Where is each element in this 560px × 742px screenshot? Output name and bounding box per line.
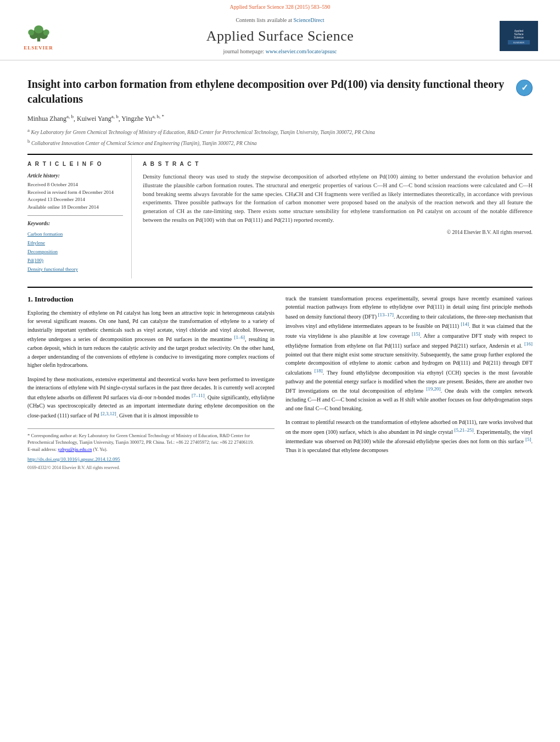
svg-point-6 [43,29,49,35]
introduction-heading: 1. Introduction [27,294,275,304]
aff-b-label: b [27,138,30,144]
keywords-list: Carbon formation Ethylene Decomposition … [27,230,123,274]
journal-logo-box: Applied Surface Science ELSEVIER [500,21,538,51]
ref-16[interactable]: [16] [524,341,533,347]
author-yang: Kuiwei Yang [77,115,111,122]
ref-1-6[interactable]: [1–6] [234,334,245,340]
ref-13-17[interactable]: [13–17] [378,312,394,317]
ref-5-21-25[interactable]: [5,21–25] [455,427,474,433]
ref-14[interactable]: [14] [461,321,469,327]
elsevier-tree-icon [24,22,54,43]
elsevier-label: ELSEVIER [24,44,53,52]
aff-b-text: Collaborative Innovation Center of Chemi… [31,141,257,146]
author-zhang: Minhua Zhang [27,115,66,122]
svg-point-5 [28,29,34,35]
svg-text:Science: Science [514,36,524,39]
svg-point-4 [34,25,43,34]
body-content: 1. Introduction Exploring the chemistry … [27,294,533,471]
homepage-label: journal homepage: [223,48,264,54]
author-zhang-sup: a, b [66,114,74,119]
body-divider [27,287,533,288]
right-paragraph-2: In contrast to plentiful research on the… [285,418,533,455]
homepage-url[interactable]: www.elsevier.com/locate/apsusc [266,48,337,54]
header-center: Contents lists available at ScienceDirec… [60,16,500,55]
svg-text:✓: ✓ [521,83,528,92]
info-divider [27,215,123,216]
author-yu-sup: a, b, * [152,114,164,119]
accepted-date: Accepted 13 December 2014 [27,196,123,204]
article-title: Insight into carbon formation from ethyl… [27,77,533,107]
page: Applied Surface Science 328 (2015) 583–5… [0,0,560,742]
science-direct-line: Contents lists available at ScienceDirec… [60,16,500,24]
right-paragraph-1: track the transient transformation proce… [285,294,533,412]
aff-a-label: a [27,127,30,133]
ref-15[interactable]: [15] [412,331,420,337]
body-right-column: track the transient transformation proce… [285,294,533,471]
authors-line: Minhua Zhanga, b, Kuiwei Yanga, b, Yingz… [27,113,533,124]
issn-text: 0169-4332/© 2014 Elsevier B.V. All right… [27,465,275,471]
email-author: (Y. Yu). [93,447,107,452]
article-info-abstract-section: A R T I C L E I N F O Article history: R… [27,154,533,278]
contents-text: Contents lists available at [236,17,292,23]
elsevier-logo: ELSEVIER [16,21,60,51]
keyword-carbon-formation[interactable]: Carbon formation [27,230,123,238]
article-history-block: Article history: Received 8 October 2014… [27,172,123,211]
email-note: E-mail address: yzhyu@tju.edu.cn (Y. Yu)… [27,446,275,453]
ref-2-3-12[interactable]: [2,3,12] [100,411,116,416]
ref-5[interactable]: [5] [525,437,531,442]
received-date: Received 8 October 2014 [27,181,123,189]
article-info-panel: A R T I C L E I N F O Article history: R… [27,155,132,278]
section-number: 1. [27,295,33,303]
history-label: Article history: [27,172,123,180]
journal-logo-right: Applied Surface Science ELSEVIER [500,21,544,51]
aff-a-text: Key Laboratory for Green Chemical Techno… [31,130,375,135]
journal-title-header: Applied Surface Science [60,26,500,46]
crossmark-icon: ✓ [516,80,533,96]
abstract-label: A B S T R A C T [143,160,533,168]
keywords-block: Keywords: Carbon formation Ethylene Deco… [27,220,123,274]
doi-link[interactable]: http://dx.doi.org/10.1016/j.apsusc.2014.… [27,456,275,463]
author-yang-sup: a, b [111,114,119,119]
science-direct-link[interactable]: ScienceDirect [293,17,324,23]
copyright-text: © 2014 Elsevier B.V. All rights reserved… [143,229,533,236]
keyword-pd100[interactable]: Pd(100) [27,256,123,265]
title-section: ✓ Insight into carbon formation from eth… [27,77,533,107]
abstract-text: Density functional theory was used to st… [143,172,533,225]
journal-header: ELSEVIER Contents lists available at Sci… [0,12,560,60]
svg-text:ELSEVIER: ELSEVIER [513,41,524,44]
journal-reference-text: Applied Surface Science 328 (2015) 583–5… [229,4,330,10]
keywords-label: Keywords: [27,220,123,227]
email-label: E-mail address: [27,447,58,452]
journal-reference-bar: Applied Surface Science 328 (2015) 583–5… [0,0,560,12]
section-title: Introduction [35,295,74,303]
email-link[interactable]: yzhyu@tju.edu.cn [58,447,92,452]
ref-18[interactable]: [18] [315,368,323,373]
abstract-panel: A B S T R A C T Density functional theor… [143,155,533,278]
keyword-ethylene[interactable]: Ethylene [27,238,123,247]
footnote-section: * Corresponding author at: Key Laborator… [27,428,275,471]
intro-paragraph-1: Exploring the chemistry of ethylene on P… [27,309,275,370]
available-date: Available online 18 December 2014 [27,204,123,211]
received-revised-date: Received in revised form 4 December 2014 [27,189,123,197]
journal-homepage: journal homepage: www.elsevier.com/locat… [60,48,500,55]
intro-paragraph-2: Inspired by these motivations, extensive… [27,375,275,420]
affiliation-a: a Key Laboratory for Green Chemical Tech… [27,127,533,136]
body-left-column: 1. Introduction Exploring the chemistry … [27,294,275,471]
corresponding-author-note: * Corresponding author at: Key Laborator… [27,432,275,447]
keyword-decomposition[interactable]: Decomposition [27,247,123,256]
affiliations: a Key Laboratory for Green Chemical Tech… [27,127,533,147]
journal-cover-icon: Applied Surface Science ELSEVIER [505,26,533,46]
ref-7-11[interactable]: [7–11] [192,393,205,398]
main-content: ✓ Insight into carbon formation from eth… [0,60,560,478]
author-yu: Yingzhe Yu [121,115,152,122]
keyword-dft[interactable]: Density functional theory [27,265,123,274]
crossmark-badge[interactable]: ✓ [516,80,533,96]
affiliation-b: b Collaborative Innovation Center of Che… [27,138,533,147]
article-info-label: A R T I C L E I N F O [27,160,123,168]
ref-19-20[interactable]: [19,20] [426,386,440,392]
